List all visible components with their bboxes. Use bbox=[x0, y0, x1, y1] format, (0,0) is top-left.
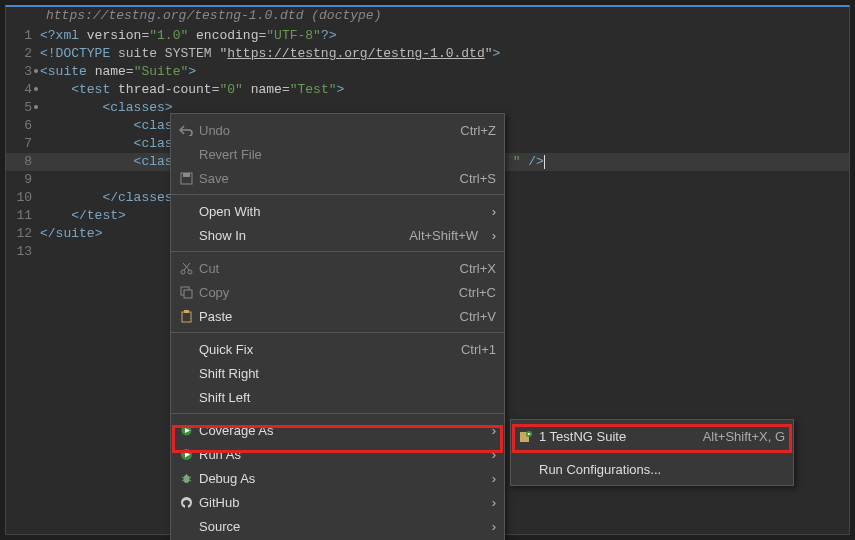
menu-item-label: Debug As bbox=[197, 471, 478, 486]
menu-shortcut: Ctrl+V bbox=[460, 309, 496, 324]
breadcrumb: https://testng.org/testng-1.0.dtd (docty… bbox=[6, 7, 849, 27]
gutter-line-number: 3 bbox=[6, 63, 40, 81]
submenu-item-run-configurations[interactable]: Run Configurations... bbox=[511, 457, 793, 481]
text-cursor bbox=[544, 155, 545, 169]
debug-icon bbox=[175, 472, 197, 485]
menu-shortcut: Ctrl+Z bbox=[460, 123, 496, 138]
submenu-arrow-icon: › bbox=[486, 519, 496, 534]
run-icon bbox=[175, 448, 197, 461]
svg-point-3 bbox=[188, 270, 192, 274]
menu-item-label: Shift Left bbox=[197, 390, 496, 405]
menu-item-run-as[interactable]: Run As › bbox=[171, 442, 504, 466]
menu-item-save[interactable]: Save Ctrl+S bbox=[171, 166, 504, 190]
menu-item-copy[interactable]: Copy Ctrl+C bbox=[171, 280, 504, 304]
menu-separator bbox=[511, 452, 793, 453]
paste-icon bbox=[175, 310, 197, 323]
submenu-arrow-icon: › bbox=[486, 423, 496, 438]
gutter-line-number: 1 bbox=[6, 27, 40, 45]
gutter-line-number: 12 bbox=[6, 225, 40, 243]
menu-item-label: Source bbox=[197, 519, 478, 534]
menu-item-shift-left[interactable]: Shift Left bbox=[171, 385, 504, 409]
menu-item-source[interactable]: Source › bbox=[171, 514, 504, 538]
gutter-line-number: 10 bbox=[6, 189, 40, 207]
menu-item-undo[interactable]: Undo Ctrl+Z bbox=[171, 118, 504, 142]
context-submenu-run-as: 1 TestNG Suite Alt+Shift+X, G Run Config… bbox=[510, 419, 794, 486]
menu-shortcut: Alt+Shift+X, G bbox=[703, 429, 785, 444]
context-menu: Undo Ctrl+Z Revert File Save Ctrl+S Open… bbox=[170, 113, 505, 540]
menu-item-show-in[interactable]: Show In Alt+Shift+W › bbox=[171, 223, 504, 247]
svg-rect-7 bbox=[184, 310, 189, 313]
menu-item-label: GitHub bbox=[197, 495, 478, 510]
svg-point-12 bbox=[183, 475, 189, 483]
code-line[interactable]: 4 <test thread-count="0" name="Test"> bbox=[6, 81, 849, 99]
menu-shortcut: Alt+Shift+W bbox=[409, 228, 478, 243]
menu-shortcut: Ctrl+X bbox=[460, 261, 496, 276]
menu-shortcut: Ctrl+S bbox=[460, 171, 496, 186]
menu-item-label: Show In bbox=[197, 228, 397, 243]
gutter-line-number: 7 bbox=[6, 135, 40, 153]
submenu-item-testng-suite[interactable]: 1 TestNG Suite Alt+Shift+X, G bbox=[511, 424, 793, 448]
undo-icon bbox=[175, 124, 197, 136]
menu-item-label: Shift Right bbox=[197, 366, 496, 381]
menu-item-label: Revert File bbox=[197, 147, 496, 162]
gutter-line-number: 2 bbox=[6, 45, 40, 63]
menu-separator bbox=[171, 194, 504, 195]
menu-separator bbox=[171, 413, 504, 414]
svg-rect-5 bbox=[184, 290, 192, 298]
gutter-line-number: 6 bbox=[6, 117, 40, 135]
menu-item-label: Run As bbox=[197, 447, 478, 462]
menu-item-label: Coverage As bbox=[197, 423, 478, 438]
menu-item-revert[interactable]: Revert File bbox=[171, 142, 504, 166]
gutter-line-number: 8 bbox=[6, 153, 40, 171]
gutter-line-number: 11 bbox=[6, 207, 40, 225]
code-line[interactable]: 2 <!DOCTYPE suite SYSTEM "https://testng… bbox=[6, 45, 849, 63]
cut-icon bbox=[175, 262, 197, 275]
menu-item-label: Paste bbox=[197, 309, 448, 324]
menu-item-paste[interactable]: Paste Ctrl+V bbox=[171, 304, 504, 328]
coverage-icon bbox=[175, 424, 197, 437]
menu-separator bbox=[171, 251, 504, 252]
menu-item-shift-right[interactable]: Shift Right bbox=[171, 361, 504, 385]
gutter-line-number: 13 bbox=[6, 243, 40, 261]
menu-item-label: Run Configurations... bbox=[537, 462, 785, 477]
menu-item-label: Quick Fix bbox=[197, 342, 449, 357]
copy-icon bbox=[175, 286, 197, 299]
menu-item-cut[interactable]: Cut Ctrl+X bbox=[171, 256, 504, 280]
gutter-line-number: 4 bbox=[6, 81, 40, 99]
menu-item-label: Open With bbox=[197, 204, 478, 219]
submenu-arrow-icon: › bbox=[486, 447, 496, 462]
svg-rect-1 bbox=[183, 173, 190, 177]
menu-item-label: Cut bbox=[197, 261, 448, 276]
submenu-arrow-icon: › bbox=[486, 204, 496, 219]
menu-separator bbox=[171, 332, 504, 333]
menu-shortcut: Ctrl+1 bbox=[461, 342, 496, 357]
gutter-line-number: 9 bbox=[6, 171, 40, 189]
submenu-arrow-icon: › bbox=[486, 471, 496, 486]
menu-item-quick-fix[interactable]: Quick Fix Ctrl+1 bbox=[171, 337, 504, 361]
submenu-arrow-icon: › bbox=[486, 495, 496, 510]
save-icon bbox=[175, 172, 197, 185]
menu-item-label: 1 TestNG Suite bbox=[537, 429, 691, 444]
submenu-arrow-icon: › bbox=[486, 228, 496, 243]
menu-item-label: Save bbox=[197, 171, 448, 186]
github-icon bbox=[175, 496, 197, 509]
menu-item-debug-as[interactable]: Debug As › bbox=[171, 466, 504, 490]
menu-item-label: Copy bbox=[197, 285, 447, 300]
menu-item-label: Undo bbox=[197, 123, 448, 138]
menu-shortcut: Ctrl+C bbox=[459, 285, 496, 300]
menu-item-coverage-as[interactable]: Coverage As › bbox=[171, 418, 504, 442]
svg-rect-6 bbox=[182, 312, 191, 322]
menu-item-open-with[interactable]: Open With › bbox=[171, 199, 504, 223]
code-line[interactable]: 3 <suite name="Suite"> bbox=[6, 63, 849, 81]
testng-icon bbox=[515, 430, 537, 443]
svg-point-2 bbox=[181, 270, 185, 274]
gutter-line-number: 5 bbox=[6, 99, 40, 117]
code-line[interactable]: 1 <?xml version="1.0" encoding="UTF-8"?> bbox=[6, 27, 849, 45]
menu-item-github[interactable]: GitHub › bbox=[171, 490, 504, 514]
